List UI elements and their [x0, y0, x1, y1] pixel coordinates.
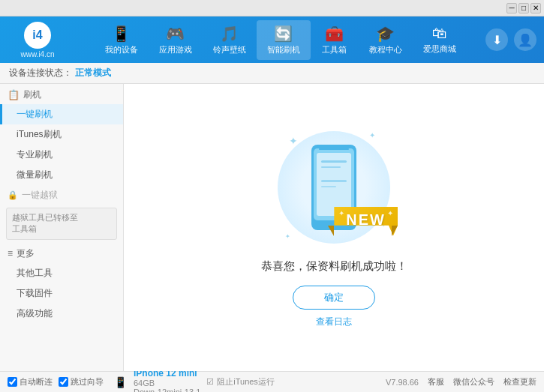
- header-right: ⬇ 👤: [485, 28, 544, 51]
- sparkle-4: ✦: [285, 233, 290, 240]
- svg-rect-2: [319, 148, 349, 150]
- sparkle-1: ✦: [289, 135, 298, 147]
- svg-rect-6: [321, 166, 341, 168]
- status-bar: 设备连接状态： 正常模式: [0, 63, 544, 84]
- itunes-status[interactable]: ☑ 阻止iTunes运行: [206, 376, 275, 388]
- itunes-checkbox-icon: ☑: [206, 377, 214, 387]
- customer-service-link[interactable]: 客服: [428, 376, 444, 388]
- new-badge: NEW ✦ ✦: [334, 207, 398, 236]
- illustration: ✦ ✦ ✦ ✦: [274, 127, 394, 247]
- status-value: 正常模式: [75, 67, 111, 79]
- appstore-label: 爱思商城: [423, 43, 456, 55]
- nav-my-device[interactable]: 📱 我的设备: [95, 20, 149, 60]
- sidebar-item-save-flash[interactable]: 微量刷机: [0, 165, 123, 185]
- auto-disconnect-input[interactable]: [8, 377, 17, 387]
- my-device-label: 我的设备: [105, 44, 138, 55]
- save-flash-label: 微量刷机: [17, 169, 53, 180]
- sidebar-item-advanced[interactable]: 高级功能: [0, 304, 123, 324]
- nav-tutorial[interactable]: 🎓 教程中心: [359, 20, 413, 60]
- main-layout: 📋 刷机 一键刷机 iTunes刷机 专业刷机 微量刷机 🔒 一键越狱 越狱工具…: [0, 84, 544, 371]
- sidebar-item-other-tools[interactable]: 其他工具: [0, 263, 123, 283]
- pro-flash-label: 专业刷机: [17, 149, 53, 160]
- more-section-header: ≡ 更多: [0, 243, 123, 263]
- badge-fold-right: [392, 226, 398, 236]
- jailbreak-note: 越狱工具已转移至工具箱: [6, 208, 117, 240]
- skip-wizard-checkbox[interactable]: 跳过向导: [59, 376, 104, 388]
- appstore-icon: 🛍: [432, 25, 447, 42]
- version-text: V7.98.66: [386, 378, 419, 387]
- logo-text: www.i4.cn: [20, 50, 54, 58]
- device-phone-icon: 📱: [114, 376, 127, 388]
- bottom-bar: 自动断连 跳过向导 📱 iPhone 12 mini 64GB Down-12m…: [0, 371, 544, 392]
- bottom-right: V7.98.66 客服 微信公众号 检查更新: [386, 376, 536, 388]
- wechat-public-link[interactable]: 微信公众号: [453, 376, 494, 388]
- advanced-label: 高级功能: [17, 308, 53, 319]
- tutorial-label: 教程中心: [369, 44, 402, 55]
- app-game-icon: 🎮: [166, 25, 185, 43]
- sidebar: 📋 刷机 一键刷机 iTunes刷机 专业刷机 微量刷机 🔒 一键越狱 越狱工具…: [0, 84, 124, 371]
- check-update-link[interactable]: 检查更新: [503, 376, 536, 388]
- toolbox-label: 工具箱: [322, 44, 347, 55]
- success-text: 恭喜您，保资料刷机成功啦！: [261, 259, 407, 274]
- ringtone-label: 铃声壁纸: [213, 44, 246, 55]
- title-bar: ─ □ ✕: [0, 0, 544, 16]
- maximize-button[interactable]: □: [518, 3, 529, 13]
- minimize-button[interactable]: ─: [506, 3, 517, 13]
- badge-fold-left: [328, 226, 334, 236]
- app-game-label: 应用游戏: [159, 44, 192, 55]
- nav-smart-shop[interactable]: 🔄 智能刷机: [257, 20, 311, 60]
- svg-rect-8: [321, 186, 336, 187]
- user-button[interactable]: 👤: [514, 28, 536, 51]
- confirm-button[interactable]: 确定: [293, 286, 375, 310]
- nav-ringtone[interactable]: 🎵 铃声壁纸: [203, 20, 257, 60]
- sidebar-item-download-firmware[interactable]: 下载固件: [0, 283, 123, 304]
- more-label: 更多: [17, 247, 35, 260]
- nav-bar: 📱 我的设备 🎮 应用游戏 🎵 铃声壁纸 🔄 智能刷机 🧰 工具箱 🎓 教程中心…: [75, 20, 485, 60]
- smart-shop-icon: 🔄: [274, 25, 293, 43]
- toolbox-icon: 🧰: [325, 25, 344, 43]
- view-log-link[interactable]: 查看日志: [316, 316, 352, 328]
- device-model: Down-12mini-13,1: [134, 388, 200, 393]
- device-row: 📱 iPhone 12 mini 64GB Down-12mini-13,1: [114, 368, 200, 393]
- skip-wizard-input[interactable]: [59, 377, 68, 387]
- svg-rect-5: [321, 160, 347, 163]
- device-storage: 64GB: [134, 379, 200, 388]
- itunes-status-label: 阻止iTunes运行: [217, 376, 275, 388]
- download-firmware-label: 下载固件: [17, 288, 53, 298]
- auto-disconnect-label: 自动断连: [20, 376, 53, 388]
- skip-wizard-label: 跳过向导: [71, 376, 104, 388]
- sidebar-item-pro-flash[interactable]: 专业刷机: [0, 145, 123, 165]
- bottom-left: 自动断连 跳过向导 📱 iPhone 12 mini 64GB Down-12m…: [8, 368, 386, 393]
- flash-section-icon: 📋: [8, 89, 20, 100]
- sidebar-item-one-click[interactable]: 一键刷机: [0, 104, 123, 124]
- sparkle-2: ✦: [369, 131, 375, 139]
- content-area: ✦ ✦ ✦ ✦: [124, 84, 544, 371]
- lock-icon: 🔒: [8, 190, 18, 200]
- flash-section-label: 刷机: [23, 88, 41, 101]
- one-click-label: 一键刷机: [17, 109, 53, 119]
- jailbreak-section: 🔒 一键越狱: [0, 185, 123, 205]
- auto-disconnect-checkbox[interactable]: 自动断连: [8, 376, 53, 388]
- header: i4 www.i4.cn 📱 我的设备 🎮 应用游戏 🎵 铃声壁纸 🔄 智能刷机…: [0, 16, 544, 63]
- jailbreak-label: 一键越狱: [22, 189, 58, 202]
- device-info: iPhone 12 mini 64GB Down-12mini-13,1: [131, 368, 200, 393]
- download-button[interactable]: ⬇: [485, 28, 508, 51]
- nav-app-game[interactable]: 🎮 应用游戏: [149, 20, 203, 60]
- jailbreak-note-text: 越狱工具已转移至工具箱: [12, 213, 78, 233]
- sidebar-item-itunes[interactable]: iTunes刷机: [0, 124, 123, 145]
- ringtone-icon: 🎵: [220, 25, 239, 43]
- nav-appstore[interactable]: 🛍 爱思商城: [413, 20, 467, 60]
- flash-section-header: 📋 刷机: [0, 84, 123, 104]
- itunes-label: iTunes刷机: [17, 129, 62, 139]
- more-icon: ≡: [8, 248, 13, 259]
- tutorial-icon: 🎓: [376, 25, 395, 43]
- logo-area: i4 www.i4.cn: [0, 22, 75, 58]
- svg-rect-7: [321, 180, 347, 182]
- my-device-icon: 📱: [112, 25, 131, 43]
- status-label: 设备连接状态：: [9, 67, 72, 79]
- close-button[interactable]: ✕: [530, 3, 541, 13]
- logo-icon: i4: [24, 22, 51, 49]
- phone-container: ✦ ✦ ✦ ✦: [274, 127, 394, 247]
- nav-toolbox[interactable]: 🧰 工具箱: [311, 20, 359, 60]
- smart-shop-label: 智能刷机: [267, 44, 300, 55]
